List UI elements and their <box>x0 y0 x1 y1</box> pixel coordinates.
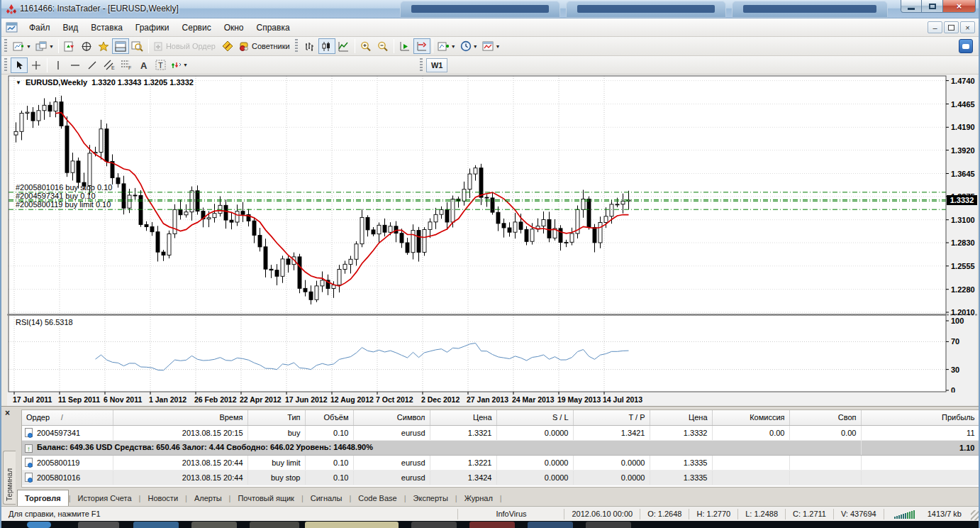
terminal-tab-8[interactable]: Журнал <box>457 491 500 506</box>
terminal-tab-6[interactable]: Code Base <box>351 491 403 506</box>
terminal-tab-1[interactable]: История Счета <box>71 491 139 506</box>
order-id-cell: 2005801016 <box>22 470 113 485</box>
close-button[interactable]: × <box>943 0 976 13</box>
order-row[interactable]: 20058010162013.08.15 20:44buy stop0.10eu… <box>22 470 979 485</box>
taskbar-item-active[interactable] <box>305 522 399 528</box>
column-header-1[interactable]: Время <box>113 410 247 425</box>
zoom-out-button[interactable] <box>374 38 391 54</box>
zoom-in-button[interactable] <box>357 38 374 54</box>
period-w1-button[interactable]: W1 <box>426 58 448 72</box>
navigator-button[interactable] <box>95 38 112 54</box>
column-header-4[interactable]: Символ <box>353 410 430 425</box>
mdi-restore-button[interactable] <box>944 21 959 33</box>
date-axis[interactable]: 17 Jul 201111 Sep 20116 Nov 20111 Jan 20… <box>7 392 977 406</box>
minimize-button[interactable] <box>901 0 922 13</box>
menu-item-1[interactable]: Вид <box>57 20 85 35</box>
terminal-tab-0[interactable]: Торговля <box>17 490 69 506</box>
menu-item-4[interactable]: Сервис <box>176 20 218 35</box>
terminal-tab-2[interactable]: Новости <box>140 491 185 506</box>
new-chart-button[interactable]: ▼ <box>11 38 33 54</box>
taskbar-item[interactable] <box>411 522 457 528</box>
data-window-button[interactable] <box>78 38 95 54</box>
balance-row[interactable]: ↑Баланс: 649.36 USD Средства: 650.46 Зал… <box>22 440 979 455</box>
vertical-line-button[interactable] <box>50 57 67 73</box>
taskbar-item[interactable] <box>133 522 179 528</box>
mdi-close-button[interactable]: × <box>960 21 975 33</box>
svg-text:A: A <box>140 60 147 70</box>
column-header-5[interactable]: Цена <box>430 410 496 425</box>
menu-item-3[interactable]: Графики <box>129 20 176 35</box>
text-label-button[interactable]: T <box>152 57 169 73</box>
column-header-2[interactable]: Тип <box>247 410 305 425</box>
resize-grip[interactable] <box>971 510 980 520</box>
taskbar-item[interactable] <box>191 522 237 528</box>
profiles-button[interactable]: ▼ <box>33 38 56 54</box>
timeframes-button[interactable]: ▼ <box>458 38 480 54</box>
crosshair-button[interactable] <box>28 57 45 73</box>
menu-item-5[interactable]: Окно <box>218 20 250 35</box>
terminal-tab-5[interactable]: Сигналы <box>304 491 350 506</box>
auto-scroll-button[interactable] <box>396 38 413 54</box>
market-watch-button[interactable] <box>61 38 78 54</box>
trendline-button[interactable] <box>84 57 101 73</box>
strategy-tester-button[interactable] <box>129 38 146 54</box>
instatrader-chat-button[interactable] <box>959 39 973 53</box>
start-orb-icon[interactable] <box>27 522 51 528</box>
column-header-6[interactable]: S / L <box>496 410 573 425</box>
terminal-side-tab[interactable]: Терминал <box>3 451 16 505</box>
order-id-cell: 2005800119 <box>22 455 113 470</box>
dropdown-caret-icon: ▼ <box>26 44 31 49</box>
menu-item-6[interactable]: Справка <box>250 20 296 35</box>
toolbar-grip[interactable] <box>295 39 298 53</box>
order-row[interactable]: 20058001192013.08.15 20:44buy limit0.10e… <box>22 455 979 470</box>
terminal-tab-3[interactable]: Алерты <box>187 491 229 506</box>
column-header-0[interactable]: Ордер/ <box>22 410 113 425</box>
equidistant-channel-button[interactable]: E <box>101 57 118 73</box>
column-header-7[interactable]: T / P <box>573 410 650 425</box>
taskbar-item[interactable] <box>528 522 573 528</box>
indicators-button[interactable]: ▼ <box>435 38 458 54</box>
candlestick-chart-button[interactable] <box>318 38 335 54</box>
arrows-button[interactable]: ▼ <box>169 57 190 73</box>
chart-canvas[interactable]: 1.47401.44651.41901.39201.36451.33751.31… <box>7 75 977 406</box>
terminal-button[interactable] <box>112 38 129 54</box>
taskbar-item[interactable] <box>469 522 515 528</box>
mdi-minimize-button[interactable]: – <box>928 21 942 33</box>
horizontal-line-button[interactable] <box>67 57 84 73</box>
column-header-8[interactable]: Цена <box>650 410 712 425</box>
toolbar-grip[interactable] <box>4 39 7 53</box>
toolbar-grip[interactable] <box>4 58 7 72</box>
chart-area[interactable]: 1.47401.44651.41901.39201.36451.33751.31… <box>7 75 977 406</box>
terminal-tab-7[interactable]: Эксперты <box>406 491 455 506</box>
column-header-10[interactable]: Своп <box>789 410 861 425</box>
maximize-button[interactable] <box>922 0 943 13</box>
menu-item-2[interactable]: Вставка <box>84 20 129 35</box>
new-order-button[interactable]: Новый Ордер <box>151 38 219 54</box>
metaeditor-icon <box>222 40 233 52</box>
svg-text:19 May 2013: 19 May 2013 <box>557 395 601 404</box>
taskbar-item[interactable] <box>78 522 119 528</box>
cursor-button[interactable] <box>11 57 28 73</box>
terminal-tab-4[interactable]: Почтовый ящик <box>230 491 301 506</box>
taskbar-item[interactable] <box>250 522 299 528</box>
column-header-9[interactable]: Комиссия <box>712 410 789 425</box>
title-bar[interactable]: 1161466: InstaTrader - [EURUSD,Weekly] × <box>1 0 979 18</box>
collapse-triangle-icon[interactable]: ▼ <box>16 79 21 86</box>
bar-chart-button[interactable] <box>301 38 318 54</box>
expert-advisors-button[interactable]: Советники <box>236 38 294 54</box>
chart-shift-button[interactable] <box>413 38 430 54</box>
taskbar-item[interactable] <box>586 522 631 528</box>
fibonacci-button[interactable]: F <box>118 57 135 73</box>
menu-item-0[interactable]: Файл <box>23 20 57 35</box>
metaeditor-button[interactable] <box>219 38 236 54</box>
order-row[interactable]: 20045973412013.08.15 20:15buy0.10eurusd1… <box>22 425 979 440</box>
minimize-icon: – <box>932 23 937 32</box>
line-chart-button[interactable] <box>335 38 352 54</box>
windows-taskbar[interactable] <box>1 521 980 528</box>
terminal-close-icon[interactable]: × <box>5 409 10 417</box>
column-header-11[interactable]: Прибыль <box>861 410 979 425</box>
column-header-3[interactable]: Объём <box>305 410 353 425</box>
text-button[interactable]: A <box>135 57 152 73</box>
templates-button[interactable]: ▼ <box>480 38 503 54</box>
toolbar-grip[interactable] <box>420 58 423 72</box>
